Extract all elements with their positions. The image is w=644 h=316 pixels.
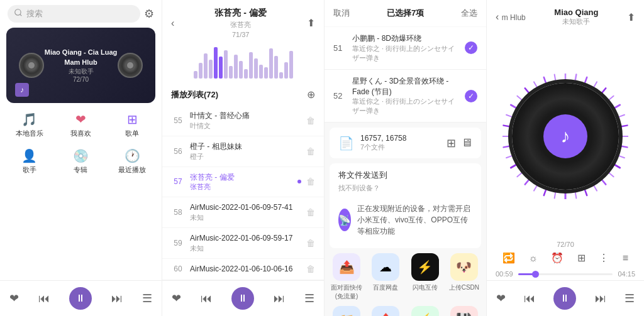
progress-track[interactable] bbox=[518, 273, 613, 275]
nav-recent[interactable]: 🕐 最近播放 bbox=[108, 144, 157, 178]
svg-line-25 bbox=[511, 164, 517, 168]
svg-line-15 bbox=[601, 178, 606, 184]
list-item[interactable]: 59 AirMusic-2022-01-06-09-59-17 未知 🗑 bbox=[162, 228, 324, 259]
track-position: 71/37 bbox=[179, 31, 302, 38]
track-title: AirMusic-2022-01-06-10-06-16 bbox=[190, 264, 301, 275]
favorites-icon: ❤ bbox=[75, 112, 86, 127]
track-info: 叶情文 - 普经心痛 叶情文 bbox=[190, 111, 301, 131]
baidu-icon: ☁ bbox=[372, 253, 399, 281]
screen-button[interactable]: 🖥 bbox=[461, 136, 472, 150]
vinyl-disc: ♪ bbox=[512, 83, 619, 190]
svg-line-18 bbox=[575, 190, 576, 198]
list-item[interactable]: 55 叶情文 - 普经心痛 叶情文 🗑 bbox=[162, 106, 324, 136]
queue-button[interactable]: ☰ bbox=[625, 291, 635, 305]
prev-button[interactable]: ⏮ bbox=[201, 292, 212, 305]
next-button[interactable]: ⏭ bbox=[274, 292, 285, 305]
equalizer-button[interactable]: ⊞ bbox=[577, 252, 586, 264]
check-icon: ✓ bbox=[465, 90, 477, 102]
menu-button[interactable]: ≡ bbox=[623, 253, 628, 264]
repeat-button[interactable]: 🔁 bbox=[502, 252, 515, 264]
share-app-baidu[interactable]: ☁ 百度网盘 bbox=[369, 253, 402, 301]
selected-item[interactable]: 51 小鹏鹏 - 8D劲爆环绕 靠近你之 · 街行街上的シンセサイザー弹き ✓ bbox=[325, 27, 486, 70]
search-bar[interactable]: 搜索 bbox=[8, 5, 140, 23]
prev-button[interactable]: ⏮ bbox=[38, 292, 50, 305]
play-pause-button[interactable]: ⏸ bbox=[553, 287, 576, 310]
wave-bar bbox=[219, 57, 223, 79]
brightness-button[interactable]: ☼ bbox=[528, 253, 538, 264]
select-all-button[interactable]: 全选 bbox=[461, 8, 477, 19]
svg-line-16 bbox=[593, 184, 597, 190]
panel-local-music: 搜索 ⚙ Miao Qiang - Cia Luag Mam Hlub 未知歌手… bbox=[0, 0, 162, 316]
more-button[interactable]: ⋮ bbox=[599, 252, 609, 264]
share-app-facetoface[interactable]: 📤 面对面快传(免流量) bbox=[330, 253, 364, 301]
track-name: Miao Qiang bbox=[531, 8, 622, 17]
play-pause-button[interactable]: ⏸ bbox=[69, 287, 92, 310]
send-to-title: 将文件发送到 bbox=[338, 170, 472, 181]
progress-thumb[interactable] bbox=[532, 271, 539, 278]
delete-icon[interactable]: 🗑 bbox=[306, 116, 315, 126]
lightning-label: 闪电互传 bbox=[413, 283, 438, 292]
waveform-display bbox=[162, 46, 324, 84]
nav-playlist[interactable]: ⊞ 歌单 bbox=[108, 108, 157, 142]
wave-bar bbox=[289, 51, 293, 79]
settings-icon[interactable]: ⚙ bbox=[144, 7, 154, 21]
list-item[interactable]: 56 橙子 - 相思妹妹 橙子 🗑 bbox=[162, 136, 324, 167]
list-item[interactable]: 60 AirMusic-2022-01-06-10-06-16 🗑 bbox=[162, 259, 324, 280]
share-app-lightning[interactable]: ⚡ 闪电互传 bbox=[408, 253, 442, 301]
cassette-reel-right bbox=[118, 53, 143, 78]
like-button[interactable]: ❤ bbox=[496, 291, 506, 305]
alarm-button[interactable]: ⏰ bbox=[551, 252, 564, 264]
cassette-title: Miao Qiang - Cia Luag Mam Hlub bbox=[44, 48, 118, 67]
selected-item[interactable]: 52 星野くん - 3D全景音效环绕 - Fade (节目) 靠近你之 · 街行… bbox=[325, 70, 486, 123]
svg-line-27 bbox=[504, 146, 511, 147]
delete-icon[interactable]: 🗑 bbox=[306, 146, 315, 156]
share-app-es-transfer[interactable]: ⚡ ES快传 bbox=[408, 306, 442, 316]
recent-icon: 🕐 bbox=[125, 148, 140, 163]
back-button[interactable]: ‹ m Hlub bbox=[496, 11, 526, 23]
cancel-button[interactable]: 取消 bbox=[333, 8, 350, 19]
queue-button[interactable]: ☰ bbox=[304, 291, 314, 305]
track-number: 58 bbox=[171, 208, 185, 217]
next-button[interactable]: ⏭ bbox=[111, 292, 123, 305]
wave-bar bbox=[199, 63, 203, 79]
nav-favorites-label: 我喜欢 bbox=[70, 129, 91, 138]
share-app-csdn[interactable]: 🐶 上传CSDN bbox=[447, 253, 481, 301]
list-item[interactable]: 58 AirMusic-2022-01-06-09-57-41 未知 🗑 bbox=[162, 197, 324, 228]
nav-album[interactable]: 💿 专辑 bbox=[57, 144, 106, 178]
next-button[interactable]: ⏭ bbox=[595, 292, 606, 305]
share-app-send-es[interactable]: 📤 发送到ES网络 bbox=[369, 306, 402, 316]
local-music-icon: 🎵 bbox=[21, 112, 37, 127]
nav-local-music[interactable]: 🎵 本地音乐 bbox=[5, 108, 54, 142]
item-title: 星野くん - 3D全景音效环绕 - Fade (节目) bbox=[352, 76, 458, 97]
nav-artist[interactable]: 👤 歌手 bbox=[5, 144, 54, 178]
track-title: 叶情文 - 普经心痛 bbox=[190, 111, 301, 121]
nav-favorites[interactable]: ❤ 我喜欢 bbox=[57, 108, 106, 142]
music-note-icon: ♪ bbox=[561, 126, 570, 147]
csdn-label: 上传CSDN bbox=[449, 283, 479, 292]
share-app-fv[interactable]: 💾 FV保存器 bbox=[447, 306, 481, 316]
copy-button[interactable]: ⊞ bbox=[447, 136, 456, 150]
delete-icon[interactable]: 🗑 bbox=[306, 264, 315, 274]
share-header: 取消 已选择7项 全选 bbox=[325, 0, 486, 26]
like-button[interactable]: ❤ bbox=[9, 291, 19, 305]
share-app-save-es[interactable]: 📁 保存到ES bbox=[330, 306, 364, 316]
send-hint: 找不到设备？ bbox=[338, 183, 472, 193]
svg-line-6 bbox=[608, 95, 613, 101]
like-button[interactable]: ❤ bbox=[172, 291, 181, 305]
wave-bar bbox=[239, 61, 243, 79]
list-item[interactable]: 57 张苔亮 - 偏爱 张苔亮 🗑 bbox=[162, 167, 324, 198]
playlist-options-icon[interactable]: ⊕ bbox=[307, 89, 315, 101]
delete-icon[interactable]: 🗑 bbox=[306, 238, 315, 248]
play-pause-button[interactable]: ⏸ bbox=[231, 287, 254, 310]
back-button[interactable]: ‹ bbox=[171, 18, 174, 29]
delete-icon[interactable]: 🗑 bbox=[306, 177, 315, 187]
search-icon bbox=[14, 8, 23, 19]
item-artist: 靠近你之 · 街行街上のシンセサイザー弹き bbox=[352, 97, 458, 116]
share-button[interactable]: ⬆ bbox=[627, 11, 635, 23]
share-button[interactable]: ⬆ bbox=[307, 17, 315, 29]
panel-now-playing: ‹ m Hlub Miao Qiang 未知歌手 ⬆ bbox=[487, 0, 644, 316]
queue-button[interactable]: ☰ bbox=[142, 291, 152, 305]
prev-button[interactable]: ⏮ bbox=[524, 292, 535, 305]
delete-icon[interactable]: 🗑 bbox=[306, 207, 315, 217]
playlist-count-title: 播放列表(72) bbox=[171, 89, 218, 101]
